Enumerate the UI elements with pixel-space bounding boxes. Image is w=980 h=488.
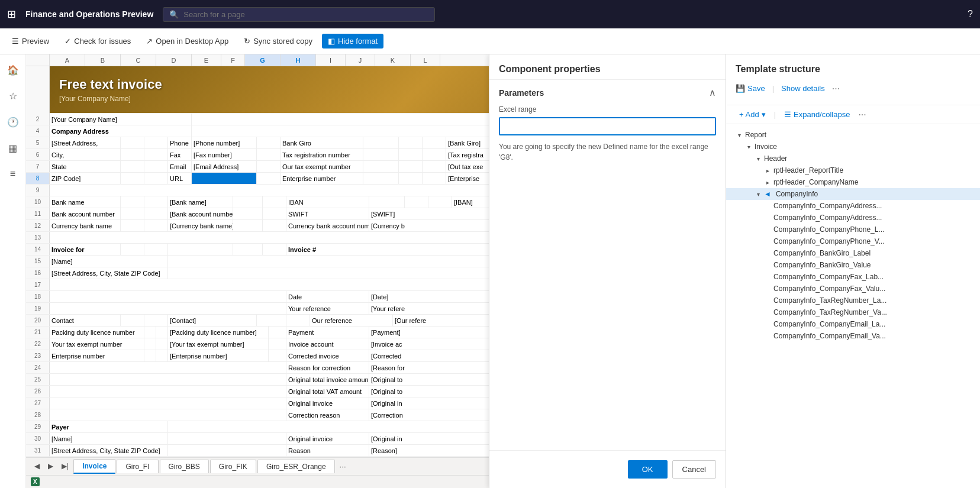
open-icon: ↗ xyxy=(146,37,153,46)
favorites-icon[interactable]: ☆ xyxy=(2,85,24,106)
col-K: K xyxy=(375,54,411,66)
tree-expand-icon: ▸ xyxy=(764,179,771,186)
help-icon[interactable]: ? xyxy=(968,9,973,20)
sync-button[interactable]: ↻ Sync stored copy xyxy=(238,34,318,49)
search-input[interactable] xyxy=(183,10,428,19)
col-E: E xyxy=(192,54,221,66)
tree-label-companyInfoAddress1: CompanyInfo_CompanyAddress... xyxy=(773,202,882,210)
params-collapse-button[interactable]: ∧ xyxy=(709,87,716,98)
col-A: A xyxy=(50,54,85,66)
expand-collapse-button[interactable]: ☰ Expand/collapse xyxy=(781,108,853,121)
col-I: I xyxy=(316,54,346,66)
tree-label-companyInfoEmailLabel: CompanyInfo_CompanyEmail_La... xyxy=(773,320,885,328)
tab-giro-fi[interactable]: Giro_FI xyxy=(117,460,158,473)
template-header: Template structure 💾 Save | Show details… xyxy=(726,54,980,105)
main-layout: 🏠 ☆ 🕐 ▦ ≡ A B C D E F G H I J K L xyxy=(0,54,980,488)
panel-header: Component properties xyxy=(489,54,726,80)
tree-label-companyInfoPhone1: CompanyInfo_CompanyPhone_L... xyxy=(773,225,884,234)
tree-item-companyInfoTaxRegLabel[interactable]: CompanyInfo_TaxRegNumber_La... xyxy=(726,295,980,306)
ok-button[interactable]: OK xyxy=(628,460,668,479)
tree-expand-icon: ▾ xyxy=(755,156,762,162)
tree-expand-icon: ▸ xyxy=(764,167,771,174)
tab-prev-button[interactable]: ◀ xyxy=(31,460,43,473)
col-D: D xyxy=(156,54,192,66)
tab-giro-esr-orange[interactable]: Giro_ESR_Orange xyxy=(257,460,335,473)
check-issues-button[interactable]: ✓ Check for issues xyxy=(59,34,137,49)
panel-footer: OK Cancel xyxy=(489,450,726,488)
header-more-button[interactable]: ··· xyxy=(832,83,840,94)
save-button[interactable]: 💾 Save xyxy=(736,82,765,95)
tree-item-companyInfoBankGiroLabel[interactable]: CompanyInfo_BankGiro_Label xyxy=(726,247,980,259)
tree-expand-icon: ▾ xyxy=(755,191,762,198)
tree-item-companyInfoTaxRegValue[interactable]: CompanyInfo_TaxRegNumber_Va... xyxy=(726,306,980,318)
tab-giro-bbs[interactable]: Giro_BBS xyxy=(160,460,209,473)
tree-item-companyInfo[interactable]: ▾◄CompanyInfo xyxy=(726,188,980,200)
tree-item-companyInfoFaxLabel[interactable]: CompanyInfo_CompanyFax_Lab... xyxy=(726,271,980,283)
tree-item-rptHeaderCompanyName[interactable]: ▸rptHeader_CompanyName xyxy=(726,176,980,188)
tree-label-companyInfoFaxValue: CompanyInfo_CompanyFax_Valu... xyxy=(773,285,885,293)
tab-next-button[interactable]: ▶ xyxy=(44,460,57,473)
tree-item-companyInfoBankGiroValue[interactable]: CompanyInfo_BankGiro_Value xyxy=(726,259,980,271)
tree-label-companyInfoTaxRegValue: CompanyInfo_TaxRegNumber_Va... xyxy=(773,308,887,316)
col-F: F xyxy=(221,54,245,66)
tab-invoice[interactable]: Invoice xyxy=(73,459,115,474)
search-icon: 🔍 xyxy=(169,10,179,19)
col-H: H xyxy=(281,54,316,66)
template-actions: 💾 Save | Show details ··· xyxy=(736,82,971,95)
tree-container: ▾Report▾Invoice▾Header▸rptHeader_ReportT… xyxy=(726,124,980,488)
pages-icon[interactable]: ▦ xyxy=(2,137,24,159)
tree-label-header: Header xyxy=(764,154,787,163)
sync-icon: ↻ xyxy=(244,37,250,46)
show-details-button[interactable]: Show details xyxy=(781,82,825,95)
params-title: Parameters xyxy=(499,88,544,98)
template-toolbar: + Add ▾ | ☰ Expand/collapse ··· xyxy=(726,105,980,124)
excel-range-input[interactable] xyxy=(499,117,716,135)
tree-label-companyInfoAddress2: CompanyInfo_CompanyAddress... xyxy=(773,214,882,222)
excel-range-hint: You are going to specify the new Defined… xyxy=(499,141,716,163)
search-bar[interactable]: 🔍 xyxy=(163,7,435,22)
hide-format-button[interactable]: ◧ Hide format xyxy=(322,34,383,49)
template-tree: ▾Report▾Invoice▾Header▸rptHeader_ReportT… xyxy=(726,129,980,342)
excel-icon: X xyxy=(31,477,40,486)
banner-row-num xyxy=(26,66,50,114)
toolbar-more-button[interactable]: ··· xyxy=(858,109,866,120)
home-icon[interactable]: 🏠 xyxy=(2,59,24,80)
template-title: Template structure xyxy=(736,64,971,75)
tree-item-companyInfoFaxValue[interactable]: CompanyInfo_CompanyFax_Valu... xyxy=(726,283,980,295)
tree-item-companyInfoPhone2[interactable]: CompanyInfo_CompanyPhone_V... xyxy=(726,235,980,247)
tree-item-invoice[interactable]: ▾Invoice xyxy=(726,141,980,153)
tree-label-invoice: Invoice xyxy=(755,143,777,151)
tree-item-companyInfoEmailValue[interactable]: CompanyInfo_CompanyEmail_Va... xyxy=(726,330,980,342)
template-structure-panel: Template structure 💾 Save | Show details… xyxy=(726,54,980,488)
tree-item-rptHeaderReportTitle[interactable]: ▸rptHeader_ReportTitle xyxy=(726,164,980,176)
tree-item-companyInfoPhone1[interactable]: CompanyInfo_CompanyPhone_L... xyxy=(726,224,980,235)
tree-label-companyInfoPhone2: CompanyInfo_CompanyPhone_V... xyxy=(773,237,885,245)
history-icon[interactable]: 🕐 xyxy=(2,111,24,132)
tree-item-companyInfoEmailLabel[interactable]: CompanyInfo_CompanyEmail_La... xyxy=(726,318,980,330)
tree-item-companyInfoAddress1[interactable]: CompanyInfo_CompanyAddress... xyxy=(726,200,980,212)
open-desktop-button[interactable]: ↗ Open in Desktop App xyxy=(140,34,234,49)
tree-item-companyInfoAddress2[interactable]: CompanyInfo_CompanyAddress... xyxy=(726,212,980,224)
tree-label-companyInfoFaxLabel: CompanyInfo_CompanyFax_Lab... xyxy=(773,273,884,281)
tree-label-companyInfoTaxRegLabel: CompanyInfo_TaxRegNumber_La... xyxy=(773,296,886,305)
tree-item-report[interactable]: ▾Report xyxy=(726,129,980,141)
tab-giro-fik[interactable]: Giro_FIK xyxy=(210,460,256,473)
tree-label-companyInfoEmailValue: CompanyInfo_CompanyEmail_Va... xyxy=(773,332,886,340)
hide-format-icon: ◧ xyxy=(328,37,335,46)
tree-item-header[interactable]: ▾Header xyxy=(726,153,980,164)
row-num-header xyxy=(26,54,50,66)
tab-last-button[interactable]: ▶| xyxy=(58,460,72,473)
cell-2-a: [Your Company Name] xyxy=(50,114,192,125)
add-chevron-icon: ▾ xyxy=(762,110,766,119)
add-button[interactable]: + Add ▾ xyxy=(736,108,769,121)
cancel-button[interactable]: Cancel xyxy=(672,460,716,479)
main-toolbar: ☰ Preview ✓ Check for issues ↗ Open in D… xyxy=(0,28,980,54)
preview-button[interactable]: ☰ Preview xyxy=(6,34,55,49)
expand-icon: ☰ xyxy=(784,110,791,119)
tree-label-companyInfo: CompanyInfo xyxy=(776,190,818,198)
grid-icon[interactable]: ⊞ xyxy=(7,8,16,21)
excel-range-label: Excel range xyxy=(499,105,716,114)
tab-more-button[interactable]: ··· xyxy=(336,460,350,473)
tree-label-companyInfoBankGiroLabel: CompanyInfo_BankGiro_Label xyxy=(773,249,871,257)
list-icon[interactable]: ≡ xyxy=(2,163,24,185)
